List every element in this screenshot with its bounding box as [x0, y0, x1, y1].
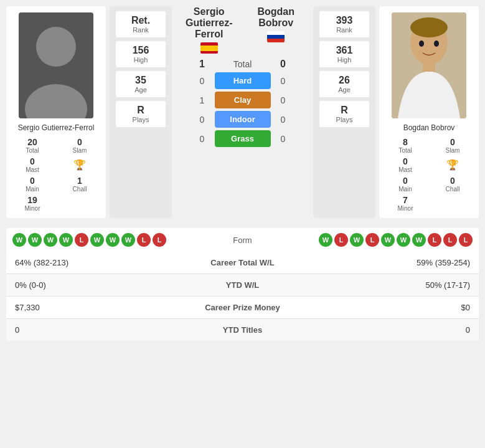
right-stat-chall: 0 Chall: [431, 176, 474, 193]
left-stat-slam: 0 Slam: [59, 137, 101, 154]
right-form-4: L: [365, 233, 379, 247]
left-flag: [176, 42, 243, 56]
right-mid-age: 26 Age: [319, 71, 369, 97]
right-player-name: Bogdan Bobrov: [403, 123, 455, 132]
left-form-6: W: [90, 233, 104, 247]
right-player-card: Bogdan Bobrov 8 Total 0 Slam 0 Mast 🏆: [379, 6, 479, 218]
main-container: Sergio Gutierrez-Ferrol 20 Total 0 Slam …: [0, 0, 485, 341]
stats-table: 64% (382-213) Career Total W/L 59% (359-…: [6, 252, 479, 341]
left-ytd-titles: 0: [6, 319, 172, 341]
left-ytd-wl: 0% (0-0): [6, 274, 172, 297]
surface-row-clay: 1 Clay 0: [196, 92, 290, 108]
right-prize: $0: [313, 297, 479, 319]
surface-row-indoor: 0 Indoor 0: [196, 111, 290, 128]
left-stat-total: 20 Total: [11, 137, 54, 154]
stats-row-prize: $7,330 Career Prize Money $0: [6, 297, 479, 319]
player-names-header: Sergio Gutierrez-Ferrol Bogdan Bobrov: [176, 6, 309, 56]
right-mid-plays: R Plays: [319, 101, 369, 127]
right-form-5: W: [381, 233, 395, 247]
right-middle-stats: 393 Rank 361 High 26 Age R Plays: [313, 6, 375, 218]
surface-badge-indoor: Indoor: [215, 111, 271, 128]
right-form-1: W: [319, 233, 332, 247]
left-prize: $7,330: [6, 297, 172, 319]
center-prize: Career Prize Money: [172, 297, 314, 319]
left-mid-age: 35 Age: [116, 71, 166, 97]
right-stat-total: 8 Total: [384, 137, 426, 154]
right-stats-grid: 8 Total 0 Slam 0 Mast 🏆 0 Main: [384, 137, 474, 212]
trophy-icon-right: 🏆: [446, 159, 459, 171]
svg-point-1: [36, 27, 76, 67]
left-stats-grid: 20 Total 0 Slam 0 Mast 🏆 0 Main: [11, 137, 101, 212]
trophy-icon-left: 🏆: [73, 159, 86, 171]
right-form-7: W: [412, 233, 426, 247]
top-comparison: Sergio Gutierrez-Ferrol 20 Total 0 Slam …: [0, 0, 485, 224]
left-stat-mast: 0 Mast: [11, 156, 54, 173]
left-form-3: W: [44, 233, 57, 247]
left-mid-ret-rank: Ret. Rank: [116, 11, 166, 37]
right-stat-mast: 0 Mast: [384, 156, 426, 173]
surface-badge-grass: Grass: [215, 130, 271, 147]
surface-badge-hard: Hard: [215, 72, 271, 89]
center-ytd-titles: YTD Titles: [172, 319, 314, 341]
left-stat-minor: 19 Minor: [11, 195, 54, 212]
right-stat-minor: 7 Minor: [384, 195, 426, 212]
left-form-9: L: [137, 233, 151, 247]
right-form-6: W: [397, 233, 410, 247]
left-name-header: Sergio Gutierrez-Ferrol: [176, 6, 243, 56]
right-form-8: L: [428, 233, 441, 247]
right-form-3: W: [350, 233, 364, 247]
left-form-8: W: [121, 233, 135, 247]
left-form-5: L: [75, 233, 88, 247]
svg-point-8: [434, 41, 439, 47]
left-player-avatar: [19, 12, 93, 118]
right-ytd-titles: 0: [313, 319, 479, 341]
right-stat-main: 0 Main: [384, 176, 426, 193]
center-career-wl: Career Total W/L: [172, 252, 314, 274]
right-form-badges: W L W L W W W L L L: [319, 233, 473, 247]
left-form-badges: W W W W L W W W L L: [12, 233, 166, 247]
stats-row-career-wl: 64% (382-213) Career Total W/L 59% (359-…: [6, 252, 479, 274]
left-form-2: W: [28, 233, 42, 247]
surface-row-hard: 0 Hard 0: [196, 72, 290, 89]
surface-badge-clay: Clay: [215, 92, 271, 108]
right-flag: [243, 31, 310, 45]
trophy-container-left: 🏆: [59, 156, 101, 173]
trophy-container-right: 🏆: [431, 156, 474, 173]
stats-row-ytd-wl: 0% (0-0) YTD W/L 50% (17-17): [6, 274, 479, 297]
right-form-9: L: [443, 233, 457, 247]
right-mid-rank: 393 Rank: [319, 11, 369, 37]
stats-row-ytd-titles: 0 YTD Titles 0: [6, 319, 479, 341]
left-career-wl: 64% (382-213): [6, 252, 172, 274]
form-label: Form: [233, 236, 252, 245]
svg-point-7: [419, 41, 424, 47]
right-player-photo: [392, 12, 466, 118]
right-ytd-wl: 50% (17-17): [313, 274, 479, 297]
right-name-header: Bogdan Bobrov: [243, 6, 310, 56]
surface-rows: 0 Hard 0 1 Clay 0 0 Indoor 0 0 Grass: [196, 72, 290, 218]
left-middle-stats: Ret. Rank 156 High 35 Age R Plays: [110, 6, 172, 218]
form-section: W W W W L W W W L L Form W L W L W W W L…: [6, 228, 479, 252]
left-mid-plays: R Plays: [116, 101, 166, 127]
left-form-10: L: [153, 233, 166, 247]
left-form-4: W: [59, 233, 73, 247]
left-player-name-header: Sergio Gutierrez-Ferrol: [176, 6, 243, 40]
right-form-2: L: [334, 233, 348, 247]
rus-flag-icon: [267, 31, 285, 42]
right-stat-slam: 0 Slam: [431, 137, 474, 154]
left-form-7: W: [106, 233, 120, 247]
left-form-1: W: [12, 233, 26, 247]
right-form-10: L: [459, 233, 473, 247]
right-career-wl: 59% (359-254): [313, 252, 479, 274]
left-player-card: Sergio Gutierrez-Ferrol 20 Total 0 Slam …: [6, 6, 106, 218]
center-comparison: Sergio Gutierrez-Ferrol Bogdan Bobrov: [176, 6, 309, 218]
right-player-name-header: Bogdan Bobrov: [243, 6, 310, 29]
left-stat-chall: 1 Chall: [59, 176, 101, 193]
svg-point-5: [410, 17, 448, 37]
left-stat-main: 0 Main: [11, 176, 54, 193]
esp-flag-icon: [200, 42, 218, 54]
left-player-name: Sergio Gutierrez-Ferrol: [18, 123, 95, 132]
total-row: 1 Total 0: [196, 59, 290, 70]
right-mid-high: 361 High: [319, 41, 369, 67]
left-mid-high: 156 High: [116, 41, 166, 67]
surface-row-grass: 0 Grass 0: [196, 130, 290, 147]
